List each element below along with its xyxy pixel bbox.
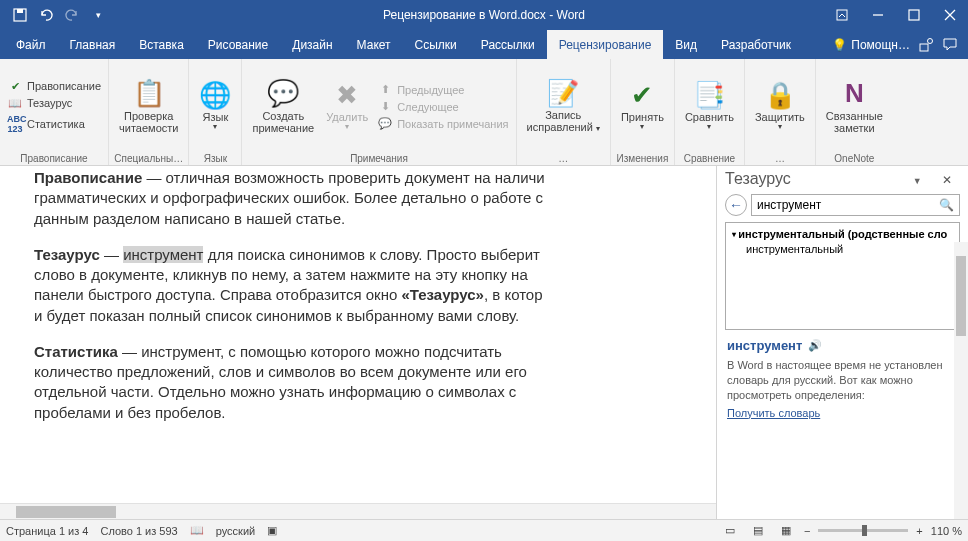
heading: Статистика [34, 343, 118, 360]
close-icon[interactable] [932, 0, 968, 30]
delete-comment-button[interactable]: ✖ Удалить ▾ [320, 62, 374, 151]
track-icon: 📝 [547, 79, 579, 108]
share-icon[interactable] [918, 37, 934, 53]
proofing-status-icon[interactable]: 📖 [190, 524, 204, 537]
text: , в котор [484, 286, 543, 303]
tab-review[interactable]: Рецензирование [547, 30, 664, 59]
back-icon[interactable]: ← [725, 194, 747, 216]
label: Тезаурус [27, 97, 72, 109]
text: — отличная возможность проверить докумен… [142, 169, 545, 186]
ribbon-options-icon[interactable] [824, 0, 860, 30]
text: данным разделом написано в нашей статье. [34, 210, 345, 227]
zoom-slider[interactable] [818, 529, 908, 532]
text: панели быстрого доступа. Справа отобрази… [34, 286, 401, 303]
svg-point-8 [928, 38, 933, 43]
pane-options-icon[interactable]: ▼ [905, 176, 930, 186]
title-bar: ▾ Рецензирование в Word.docx - Word [0, 0, 968, 30]
tab-insert[interactable]: Вставка [127, 30, 196, 59]
redo-icon[interactable] [62, 5, 82, 25]
group-label: … [521, 151, 606, 164]
pane-close-icon[interactable]: ✕ [934, 173, 960, 187]
pane-scrollbar[interactable] [954, 242, 968, 519]
save-icon[interactable] [10, 5, 30, 25]
thesaurus-button[interactable]: 📖Тезаурус [4, 96, 104, 111]
thesaurus-search-input[interactable] [751, 194, 960, 216]
svg-rect-4 [909, 10, 919, 20]
tab-layout[interactable]: Макет [345, 30, 403, 59]
language-button[interactable]: 🌐 Язык ▾ [193, 62, 237, 151]
tell-me-label: Помощн… [851, 38, 910, 52]
tab-references[interactable]: Ссылки [403, 30, 469, 59]
group-label: Язык [193, 151, 237, 164]
result-group-header[interactable]: инструментальный (родственные сло [732, 228, 953, 240]
zoom-out-icon[interactable]: − [804, 525, 810, 537]
quick-access-toolbar: ▾ [0, 5, 108, 25]
zoom-in-icon[interactable]: + [916, 525, 922, 537]
text: — [100, 246, 123, 263]
status-bar: Страница 1 из 4 Слово 1 из 593 📖 русский… [0, 519, 968, 541]
tab-home[interactable]: Главная [58, 30, 128, 59]
spelling-button[interactable]: ✔Правописание [4, 79, 104, 94]
get-dictionary-link[interactable]: Получить словарь [727, 407, 958, 419]
text: количество предложений, слов и символов … [34, 363, 527, 380]
compare-icon: 📑 [693, 81, 725, 110]
status-page[interactable]: Страница 1 из 4 [6, 525, 88, 537]
status-language[interactable]: русский [216, 525, 255, 537]
group-label: Примечания [246, 151, 511, 164]
group-label: Правописание [4, 151, 104, 164]
read-mode-icon[interactable]: ▭ [720, 523, 740, 539]
web-layout-icon[interactable]: ▦ [776, 523, 796, 539]
tab-developer[interactable]: Разработчик [709, 30, 803, 59]
show-comments-button[interactable]: 💬Показать примечания [374, 116, 511, 131]
tab-file[interactable]: Файл [4, 30, 58, 59]
tab-view[interactable]: Вид [663, 30, 709, 59]
onenote-icon: N [845, 79, 864, 108]
group-label: Изменения [615, 151, 670, 164]
undo-icon[interactable] [36, 5, 56, 25]
prev-comment-button[interactable]: ⬆Предыдущее [374, 82, 511, 97]
tab-design[interactable]: Дизайн [280, 30, 344, 59]
group-proofing: ✔Правописание 📖Тезаурус ABC123Статистика… [0, 59, 109, 165]
maximize-icon[interactable] [896, 0, 932, 30]
minimize-icon[interactable] [860, 0, 896, 30]
result-item[interactable]: инструментальный [732, 240, 953, 255]
search-icon[interactable]: 🔍 [939, 198, 954, 212]
document-body[interactable]: Правописание — отличная возможность пров… [0, 166, 716, 519]
svg-rect-2 [837, 10, 847, 20]
readability-button[interactable]: 📋 Проверка читаемости [113, 62, 184, 151]
globe-icon: 🌐 [199, 81, 231, 110]
next-comment-button[interactable]: ⬇Следующее [374, 99, 511, 114]
speaker-icon[interactable]: 🔊 [808, 339, 822, 352]
heading: Тезаурус [34, 246, 100, 263]
next-icon: ⬇ [377, 100, 393, 113]
macro-icon[interactable]: ▣ [267, 524, 277, 537]
print-layout-icon[interactable]: ▤ [748, 523, 768, 539]
lightbulb-icon: 💡 [832, 38, 847, 52]
comments-icon[interactable] [942, 37, 958, 53]
onenote-button[interactable]: N Связанные заметки [820, 62, 889, 151]
track-changes-button[interactable]: 📝 Запись исправлений ▾ [521, 62, 606, 151]
qat-dropdown-icon[interactable]: ▾ [88, 5, 108, 25]
text: отдельной части. Отдельно можно узнать и… [34, 383, 516, 400]
accept-button[interactable]: ✔ Принять ▾ [615, 62, 670, 151]
statistics-button[interactable]: ABC123Статистика [4, 113, 104, 135]
tab-draw[interactable]: Рисование [196, 30, 280, 59]
selected-word: инструмент [123, 246, 203, 263]
protect-button[interactable]: 🔒 Защитить ▾ [749, 62, 811, 151]
group-changes: ✔ Принять ▾ Изменения [611, 59, 675, 165]
new-comment-button[interactable]: 💬 Создать примечание [246, 62, 320, 151]
svg-rect-1 [17, 9, 23, 13]
text: «Тезаурус» [401, 286, 483, 303]
label: примечание [252, 122, 314, 134]
group-compare: 📑 Сравнить ▾ Сравнение [675, 59, 745, 165]
tell-me[interactable]: 💡 Помощн… [832, 38, 910, 52]
horizontal-scrollbar[interactable] [0, 503, 716, 519]
compare-button[interactable]: 📑 Сравнить ▾ [679, 62, 740, 151]
status-words[interactable]: Слово 1 из 593 [100, 525, 177, 537]
tab-mailings[interactable]: Рассылки [469, 30, 547, 59]
zoom-level[interactable]: 110 % [931, 525, 962, 537]
window-title: Рецензирование в Word.docx - Word [383, 8, 585, 22]
readability-icon: 📋 [133, 79, 165, 108]
text: пробелами и без пробелов. [34, 404, 226, 421]
label: заметки [834, 122, 874, 134]
